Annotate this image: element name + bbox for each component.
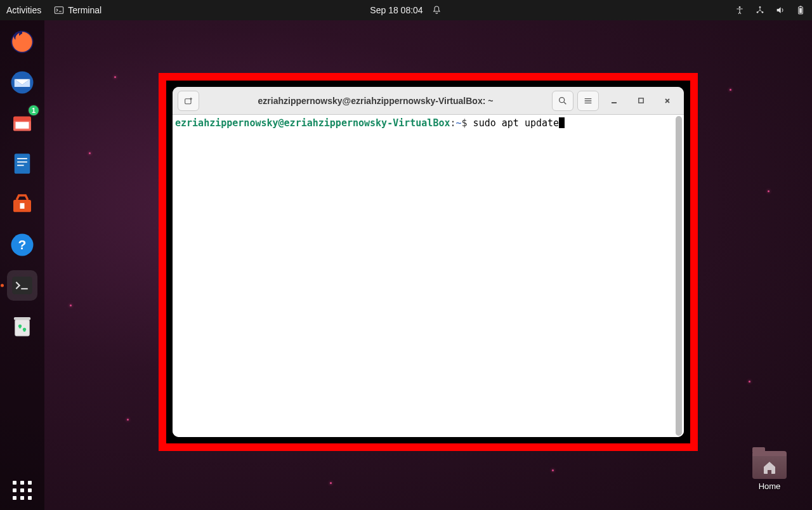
terminal-icon (54, 5, 64, 15)
annotation-highlight: ezriahzippernowsky@ezriahzippernowsky-Vi… (159, 73, 698, 451)
maximize-icon (638, 97, 645, 104)
folder-icon (752, 451, 787, 479)
network-icon[interactable] (755, 5, 765, 15)
hamburger-icon (583, 96, 593, 106)
svg-rect-14 (17, 158, 27, 159)
notification-icon[interactable] (432, 5, 442, 15)
dock-thunderbird[interactable] (7, 67, 37, 98)
terminal-line: ezriahzippernowsky@ezriahzippernowsky-Vi… (175, 117, 681, 129)
activities-button[interactable]: Activities (6, 5, 41, 15)
home-label: Home (759, 481, 781, 491)
prompt-separator: : (450, 117, 455, 129)
dock-terminal[interactable] (7, 270, 37, 301)
clock[interactable]: Sep 18 08:04 (370, 5, 422, 15)
help-icon: ? (9, 232, 36, 258)
window-title: ezriahzippernowsky@ezriahzippernowsky-Vi… (203, 96, 548, 106)
prompt-symbol: $ (462, 117, 473, 129)
svg-rect-28 (638, 98, 643, 103)
svg-rect-26 (185, 98, 191, 103)
topbar-app-label: Terminal (68, 5, 102, 15)
svg-rect-21 (12, 277, 32, 294)
prompt-user-host: ezriahzippernowsky@ezriahzippernowsky-Vi… (175, 117, 450, 129)
running-indicator-dot (1, 284, 4, 287)
svg-point-2 (759, 6, 761, 8)
svg-rect-16 (17, 165, 24, 166)
new-tab-button[interactable] (178, 91, 199, 111)
svg-point-1 (739, 6, 741, 8)
svg-rect-13 (15, 154, 30, 174)
maximize-button[interactable] (629, 91, 652, 111)
scrollbar[interactable] (676, 116, 682, 436)
dock-firefox[interactable] (7, 27, 37, 57)
terminal-body[interactable]: ezriahzippernowsky@ezriahzippernowsky-Vi… (173, 115, 684, 437)
dock: 1 ? (0, 20, 44, 510)
terminal-window: ezriahzippernowsky@ezriahzippernowsky-Vi… (173, 87, 684, 437)
svg-rect-18 (20, 203, 25, 209)
topbar-app-indicator[interactable]: Terminal (54, 5, 102, 15)
show-applications-button[interactable] (10, 478, 34, 502)
svg-rect-22 (15, 320, 30, 336)
thunderbird-icon (9, 69, 36, 96)
dock-help[interactable]: ? (7, 230, 37, 260)
svg-point-27 (560, 97, 565, 102)
top-bar: Activities Terminal Sep 18 08:04 (0, 0, 812, 20)
desktop-home-folder[interactable]: Home (752, 451, 787, 491)
terminal-app-icon (9, 272, 36, 299)
hamburger-menu-button[interactable] (577, 91, 599, 111)
libreoffice-writer-icon (9, 150, 36, 177)
prompt-path: ~ (456, 117, 462, 129)
accessibility-icon[interactable] (735, 5, 745, 15)
volume-icon[interactable] (775, 5, 785, 15)
close-icon (664, 97, 671, 105)
command-text: sudo apt update (473, 117, 559, 129)
svg-rect-15 (17, 162, 27, 163)
dock-software[interactable] (7, 189, 37, 219)
minimize-button[interactable] (603, 91, 625, 111)
svg-text:?: ? (18, 237, 27, 252)
svg-rect-6 (800, 6, 802, 6)
new-tab-icon (183, 96, 193, 106)
firefox-icon (9, 29, 36, 55)
dock-trash[interactable] (7, 311, 37, 341)
close-button[interactable] (656, 91, 679, 111)
svg-rect-7 (799, 8, 802, 13)
ubuntu-software-icon (9, 191, 36, 218)
minimize-icon (610, 97, 618, 105)
dock-writer[interactable] (7, 148, 37, 179)
svg-rect-12 (16, 122, 29, 129)
svg-rect-23 (14, 317, 30, 320)
search-button[interactable] (552, 91, 573, 111)
cursor (559, 117, 565, 128)
search-icon (558, 96, 568, 106)
files-badge: 1 (27, 104, 40, 117)
battery-icon[interactable] (796, 5, 806, 15)
trash-icon (9, 313, 36, 339)
terminal-titlebar: ezriahzippernowsky@ezriahzippernowsky-Vi… (173, 87, 684, 115)
dock-files[interactable]: 1 (7, 108, 37, 138)
svg-rect-0 (55, 7, 63, 14)
